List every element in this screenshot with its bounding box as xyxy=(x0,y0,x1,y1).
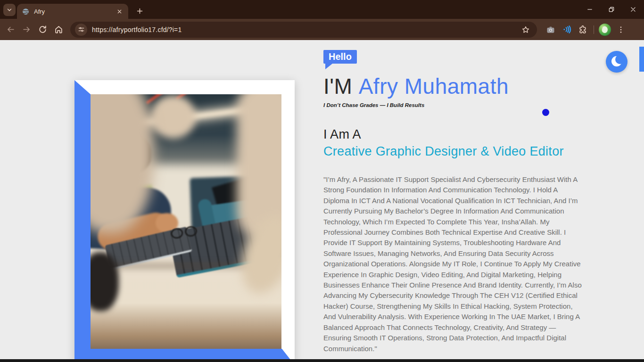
chevron-down-icon xyxy=(6,7,13,13)
plus-icon xyxy=(136,8,143,15)
url-text: https://afryportfolio17.cfd/?i=1 xyxy=(92,26,519,33)
page-scrollbar-thumb[interactable] xyxy=(639,47,644,72)
new-tab-button[interactable] xyxy=(133,4,146,17)
moon-icon xyxy=(611,56,622,66)
reload-button[interactable] xyxy=(34,22,50,38)
camera-icon xyxy=(546,25,555,34)
home-icon xyxy=(54,25,63,34)
window-close-button[interactable] xyxy=(622,0,644,19)
bio-paragraph: "I’m Afry, A Passionate IT Support Speci… xyxy=(323,174,584,354)
browser-titlebar: Afry xyxy=(0,0,644,19)
back-arrow-icon xyxy=(6,25,15,34)
reload-icon xyxy=(38,25,47,34)
star-icon xyxy=(521,25,530,34)
blue-ribbon-left xyxy=(74,80,91,362)
kebab-menu-icon xyxy=(617,25,625,34)
address-bar[interactable]: https://afryportfolio17.cfd/?i=1 xyxy=(70,22,537,38)
portrait-photo xyxy=(91,94,281,349)
photo-chair-blob xyxy=(91,252,119,311)
portrait-card xyxy=(74,80,295,362)
hello-badge-tail xyxy=(325,64,332,69)
browser-menu-button[interactable] xyxy=(613,22,629,38)
window-restore-button[interactable] xyxy=(601,0,622,19)
close-icon xyxy=(630,6,636,13)
decorative-blue-dot xyxy=(542,109,549,116)
minimize-icon xyxy=(586,6,593,13)
forward-arrow-icon xyxy=(22,25,31,34)
role-heading-line1: I Am A xyxy=(323,127,361,142)
forward-button[interactable] xyxy=(18,22,34,38)
page-title-name: Afry Muhamath xyxy=(352,74,509,99)
dark-mode-toggle-button[interactable] xyxy=(606,51,627,73)
audio-waves-icon xyxy=(562,25,572,34)
profile-avatar xyxy=(599,24,611,36)
webpage-viewport: Hello I'M Afry Muhamath I Don’t Chase Gr… xyxy=(0,40,644,362)
hello-badge: Hello xyxy=(323,50,357,64)
browser-tab[interactable]: Afry xyxy=(17,4,128,19)
restore-icon xyxy=(608,6,615,13)
globe-favicon-icon xyxy=(22,8,30,16)
back-button[interactable] xyxy=(2,22,18,38)
screenshot-button[interactable] xyxy=(543,22,559,38)
puzzle-icon xyxy=(578,25,587,34)
photo-hanging-lamp-blob xyxy=(151,95,196,139)
tab-title: Afry xyxy=(34,8,115,15)
window-minimize-button[interactable] xyxy=(579,0,601,19)
home-button[interactable] xyxy=(50,22,66,38)
tagline: I Don’t Chase Grades — I Build Results xyxy=(323,102,424,108)
browser-toolbar: https://afryportfolio17.cfd/?i=1 xyxy=(0,19,644,40)
site-settings-button[interactable] xyxy=(75,24,87,36)
tab-close-button[interactable] xyxy=(115,7,124,16)
bottom-edge-strip xyxy=(0,359,644,362)
tab-search-button[interactable] xyxy=(3,4,16,16)
profile-button[interactable] xyxy=(597,22,613,38)
page-title-prefix: I'M xyxy=(323,74,352,99)
toolbar-separator xyxy=(594,25,594,34)
role-heading-line2: Creative Graphic Designer & Video Editor xyxy=(323,144,564,159)
tune-icon xyxy=(78,26,85,33)
bookmark-button[interactable] xyxy=(519,23,532,36)
page-title: I'M Afry Muhamath xyxy=(323,74,509,99)
extensions-button[interactable] xyxy=(575,22,591,38)
listen-button[interactable] xyxy=(559,22,575,38)
